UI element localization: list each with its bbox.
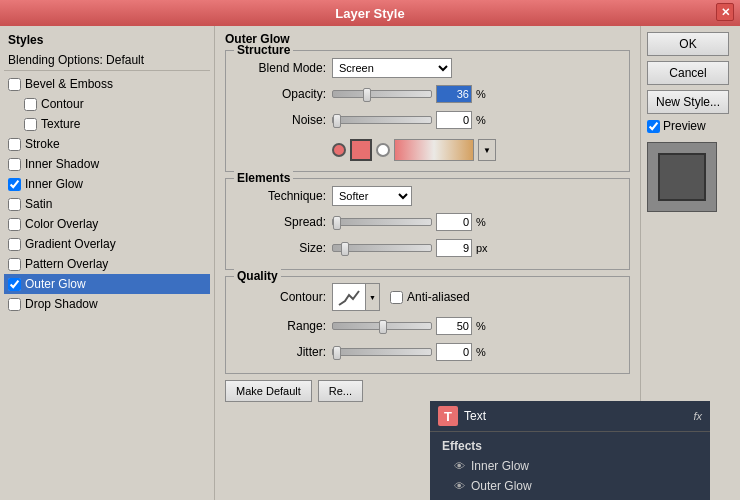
spread-unit: %: [476, 216, 486, 228]
opacity-input[interactable]: [436, 85, 472, 103]
range-control: %: [332, 317, 619, 335]
pattern-overlay-label: Pattern Overlay: [25, 257, 108, 271]
anti-aliased-label: Anti-aliased: [407, 290, 470, 304]
dialog-title: Layer Style: [335, 6, 404, 21]
contour-control: ▼ Anti-aliased: [332, 283, 619, 311]
elements-group: Elements Technique: Softer Precise Sprea…: [225, 178, 630, 270]
drop-shadow-checkbox[interactable]: [8, 298, 21, 311]
sidebar-item-contour[interactable]: Contour: [4, 94, 210, 114]
jitter-thumb[interactable]: [333, 346, 341, 360]
noise-control: %: [332, 111, 619, 129]
sidebar-item-satin[interactable]: Satin: [4, 194, 210, 214]
inner-glow-checkbox[interactable]: [8, 178, 21, 191]
noise-row: Noise: %: [236, 109, 619, 131]
contour-box[interactable]: [332, 283, 366, 311]
sidebar-item-bevel[interactable]: Bevel & Emboss: [4, 74, 210, 94]
contour-checkbox[interactable]: [24, 98, 37, 111]
noise-slider[interactable]: [332, 116, 432, 124]
noise-label: Noise:: [236, 113, 326, 127]
size-label: Size:: [236, 241, 326, 255]
color-swatch[interactable]: [350, 139, 372, 161]
anti-aliased-checkbox[interactable]: [390, 291, 403, 304]
color-overlay-checkbox[interactable]: [8, 218, 21, 231]
title-bar: Layer Style ✕: [0, 0, 740, 26]
sidebar-item-texture[interactable]: Texture: [4, 114, 210, 134]
preview-inner: [658, 153, 706, 201]
fx-title-row: T Text: [438, 406, 486, 426]
preview-checkbox[interactable]: [647, 120, 660, 133]
range-thumb[interactable]: [379, 320, 387, 334]
fx-inner-glow: 👁 Inner Glow: [438, 456, 702, 476]
range-input[interactable]: [436, 317, 472, 335]
make-default-button[interactable]: Make Default: [225, 380, 312, 402]
close-button[interactable]: ✕: [716, 3, 734, 21]
bevel-checkbox[interactable]: [8, 78, 21, 91]
sidebar-item-stroke[interactable]: Stroke: [4, 134, 210, 154]
contour-dropdown[interactable]: ▼: [366, 283, 380, 311]
reset-button[interactable]: Re...: [318, 380, 363, 402]
cancel-button[interactable]: Cancel: [647, 61, 729, 85]
texture-checkbox[interactable]: [24, 118, 37, 131]
range-slider[interactable]: [332, 322, 432, 330]
inner-glow-label: Inner Glow: [25, 177, 83, 191]
size-slider[interactable]: [332, 244, 432, 252]
fx-outer-glow-label: Outer Glow: [471, 479, 532, 493]
size-thumb[interactable]: [341, 242, 349, 256]
effects-label: Effects: [438, 436, 702, 456]
sidebar-item-inner-shadow[interactable]: Inner Shadow: [4, 154, 210, 174]
sidebar-item-color-overlay[interactable]: Color Overlay: [4, 214, 210, 234]
gradient-radio[interactable]: [376, 143, 390, 157]
ok-button[interactable]: OK: [647, 32, 729, 56]
range-label: Range:: [236, 319, 326, 333]
contour-label: Contour: [41, 97, 84, 111]
noise-input[interactable]: [436, 111, 472, 129]
spread-slider[interactable]: [332, 218, 432, 226]
sidebar-item-inner-glow[interactable]: Inner Glow: [4, 174, 210, 194]
jitter-control: %: [332, 343, 619, 361]
gradient-overlay-label: Gradient Overlay: [25, 237, 116, 251]
opacity-slider[interactable]: [332, 90, 432, 98]
preview-label: Preview: [663, 119, 706, 133]
spread-input[interactable]: [436, 213, 472, 231]
opacity-thumb[interactable]: [363, 88, 371, 102]
sidebar-item-outer-glow[interactable]: Outer Glow: [4, 274, 210, 294]
stroke-checkbox[interactable]: [8, 138, 21, 151]
sidebar-item-gradient-overlay[interactable]: Gradient Overlay: [4, 234, 210, 254]
contour-row: Contour: ▼ Anti-aliased: [236, 283, 619, 311]
spread-thumb[interactable]: [333, 216, 341, 230]
texture-label: Texture: [41, 117, 80, 131]
technique-row: Technique: Softer Precise: [236, 185, 619, 207]
bevel-label: Bevel & Emboss: [25, 77, 113, 91]
sidebar-item-drop-shadow[interactable]: Drop Shadow: [4, 294, 210, 314]
range-row: Range: %: [236, 315, 619, 337]
blend-mode-select[interactable]: Screen Normal Multiply Overlay: [332, 58, 452, 78]
fx-popup-body: Effects 👁 Inner Glow 👁 Outer Glow: [430, 432, 710, 500]
color-radio[interactable]: [332, 143, 346, 157]
gradient-overlay-checkbox[interactable]: [8, 238, 21, 251]
jitter-label: Jitter:: [236, 345, 326, 359]
outer-glow-checkbox[interactable]: [8, 278, 21, 291]
jitter-input[interactable]: [436, 343, 472, 361]
pattern-overlay-checkbox[interactable]: [8, 258, 21, 271]
jitter-slider[interactable]: [332, 348, 432, 356]
sidebar-item-pattern-overlay[interactable]: Pattern Overlay: [4, 254, 210, 274]
outer-glow-label: Outer Glow: [25, 277, 86, 291]
satin-checkbox[interactable]: [8, 198, 21, 211]
styles-label: Styles: [4, 30, 210, 50]
noise-thumb[interactable]: [333, 114, 341, 128]
contour-picker: ▼: [332, 283, 380, 311]
text-type-icon: T: [438, 406, 458, 426]
new-style-button[interactable]: New Style...: [647, 90, 729, 114]
fx-inner-glow-label: Inner Glow: [471, 459, 529, 473]
preview-row: Preview: [647, 119, 734, 133]
gradient-preview[interactable]: [394, 139, 474, 161]
size-input[interactable]: [436, 239, 472, 257]
gradient-dropdown[interactable]: ▼: [478, 139, 496, 161]
structure-group: Structure Blend Mode: Screen Normal Mult…: [225, 50, 630, 172]
satin-label: Satin: [25, 197, 52, 211]
spread-row: Spread: %: [236, 211, 619, 233]
size-unit: px: [476, 242, 488, 254]
inner-shadow-checkbox[interactable]: [8, 158, 21, 171]
technique-select[interactable]: Softer Precise: [332, 186, 412, 206]
color-controls: ▼: [332, 139, 496, 161]
